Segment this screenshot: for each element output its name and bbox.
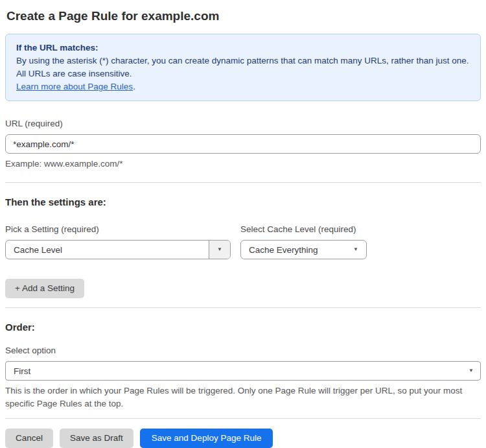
setting-select-value: Cache Level — [6, 245, 209, 255]
cache-level-column: Select Cache Level (required) Cache Ever… — [240, 224, 367, 259]
page-title: Create a Page Rule for example.com — [6, 8, 480, 25]
setting-select-arrow-button[interactable]: ▼ — [209, 241, 230, 259]
add-setting-button[interactable]: + Add a Setting — [5, 279, 84, 298]
url-input[interactable] — [5, 134, 481, 154]
chevron-down-icon: ▼ — [353, 247, 366, 252]
url-field-label: URL (required) — [5, 118, 481, 129]
link-suffix: . — [133, 82, 135, 91]
settings-heading: Then the settings are: — [5, 196, 481, 208]
info-box-heading: If the URL matches: — [16, 41, 470, 54]
save-deploy-button[interactable]: Save and Deploy Page Rule — [140, 429, 273, 448]
setting-select[interactable]: Cache Level ▼ — [5, 240, 231, 259]
cache-level-select[interactable]: Cache Everything ▼ — [240, 240, 367, 259]
order-heading: Order: — [5, 321, 481, 333]
info-box-link-line: Learn more about Page Rules. — [16, 80, 470, 93]
page-rule-form: Create a Page Rule for example.com If th… — [0, 8, 486, 448]
url-example-helper: Example: www.example.com/* — [5, 158, 481, 169]
pick-setting-label: Pick a Setting (required) — [5, 224, 231, 235]
chevron-down-icon: ▼ — [217, 247, 222, 252]
settings-row: Pick a Setting (required) Cache Level ▼ … — [5, 224, 481, 259]
setting-column: Pick a Setting (required) Cache Level ▼ — [5, 224, 231, 259]
divider — [5, 418, 481, 419]
save-draft-button[interactable]: Save as Draft — [60, 429, 133, 448]
order-select-label: Select option — [5, 345, 481, 356]
cache-level-select-value: Cache Everything — [241, 245, 353, 255]
order-select[interactable]: First ▼ — [5, 361, 481, 381]
order-select-value: First — [6, 366, 469, 376]
cache-level-label: Select Cache Level (required) — [240, 224, 367, 235]
learn-more-link[interactable]: Learn more about Page Rules — [16, 82, 133, 91]
cancel-button[interactable]: Cancel — [5, 429, 53, 448]
divider — [5, 182, 481, 183]
footer-actions: Cancel Save as Draft Save and Deploy Pag… — [5, 429, 481, 448]
url-matches-info-box: If the URL matches: By using the asteris… — [5, 34, 481, 101]
order-helper-text: This is the order in which your Page Rul… — [5, 384, 481, 410]
divider — [5, 307, 481, 308]
chevron-down-icon: ▼ — [469, 368, 480, 373]
info-box-body: By using the asterisk (*) character, you… — [16, 54, 470, 80]
